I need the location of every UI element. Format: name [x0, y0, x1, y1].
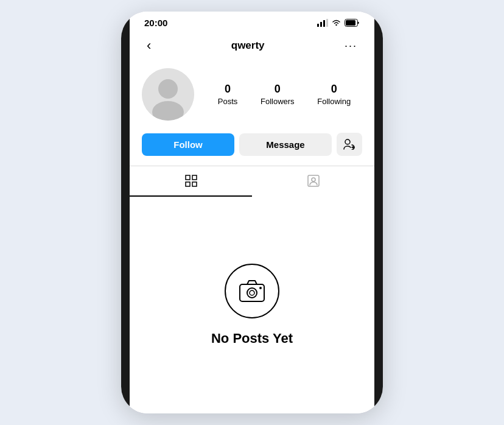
stat-following: 0 Following	[317, 83, 351, 106]
svg-rect-13	[192, 182, 197, 186]
tab-grid[interactable]	[130, 166, 252, 197]
svg-rect-0	[317, 24, 319, 27]
svg-rect-3	[326, 19, 328, 27]
svg-point-17	[247, 288, 257, 298]
avatar-image	[142, 68, 194, 121]
stat-followers: 0 Followers	[261, 83, 295, 106]
svg-rect-11	[192, 175, 197, 180]
profile-section: 0 Posts 0 Followers 0 Following	[130, 61, 374, 130]
wifi-icon	[331, 19, 341, 27]
svg-point-19	[259, 287, 262, 289]
message-button[interactable]: Message	[239, 133, 332, 156]
followers-count: 0	[275, 83, 281, 96]
no-posts-icon	[225, 264, 279, 318]
battery-icon	[345, 19, 360, 27]
svg-rect-10	[186, 175, 190, 180]
add-user-icon	[343, 139, 355, 150]
status-time: 20:00	[144, 18, 167, 28]
more-options-button[interactable]: ···	[340, 37, 362, 55]
stat-posts: 0 Posts	[218, 83, 238, 106]
back-button[interactable]: ‹	[142, 35, 156, 56]
svg-rect-1	[320, 22, 322, 27]
svg-point-7	[158, 79, 178, 99]
svg-rect-5	[346, 20, 355, 26]
tab-tagged[interactable]	[252, 166, 374, 197]
svg-point-15	[312, 178, 315, 181]
grid-icon	[184, 174, 198, 188]
stats-container: 0 Posts 0 Followers 0 Following	[206, 83, 362, 106]
signal-icon	[317, 19, 328, 27]
action-buttons: Follow Message	[130, 130, 374, 166]
phone-inner: 20:00	[130, 12, 374, 413]
phone-frame: 20:00	[121, 12, 383, 413]
following-label: Following	[317, 97, 351, 106]
avatar	[142, 68, 194, 121]
following-count: 0	[331, 83, 337, 96]
status-bar: 20:00	[130, 12, 374, 30]
status-icons	[317, 19, 360, 27]
header: ‹ qwerty ···	[130, 30, 374, 61]
svg-point-9	[345, 139, 350, 144]
add-user-button[interactable]	[337, 133, 362, 156]
tagged-icon	[306, 174, 321, 188]
follow-button[interactable]: Follow	[142, 133, 234, 156]
followers-label: Followers	[261, 97, 295, 106]
tabs	[130, 166, 374, 197]
svg-point-18	[250, 290, 254, 295]
posts-count: 0	[225, 83, 231, 96]
svg-rect-2	[323, 20, 325, 27]
svg-rect-12	[186, 182, 190, 186]
camera-icon	[239, 279, 265, 303]
content-area: No Posts Yet	[130, 197, 374, 413]
no-posts-text: No Posts Yet	[211, 331, 293, 346]
posts-label: Posts	[218, 97, 238, 106]
profile-username: qwerty	[231, 40, 265, 52]
